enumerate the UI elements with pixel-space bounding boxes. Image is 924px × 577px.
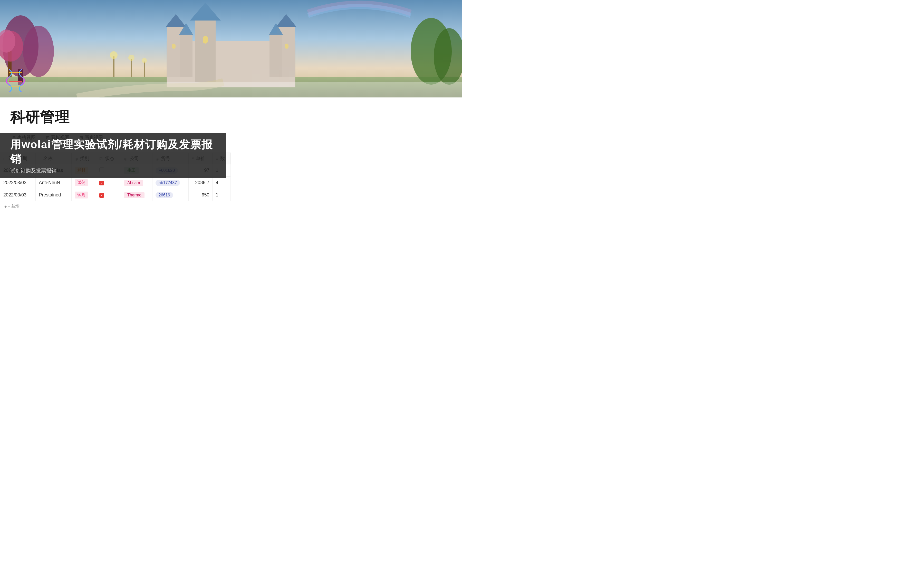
cell-qty-3: 1 xyxy=(213,189,231,201)
cell-company-3: Thermo xyxy=(121,189,152,201)
overlay-banner: 用wolai管理实验试剂/耗材订购及发票报销 试剂订购及发票报销 xyxy=(0,133,226,178)
page-title: 科研管理 xyxy=(10,108,70,127)
cell-status-3[interactable]: ✓ xyxy=(96,189,121,201)
cell-date-3: 2022/03/03 xyxy=(0,189,36,201)
svg-rect-20 xyxy=(285,44,289,49)
cell-category-3: 试剂 xyxy=(71,189,96,201)
company-tag-2: Abcam xyxy=(124,180,143,186)
cell-catalog-3: 26616 xyxy=(152,189,188,201)
person-background xyxy=(252,51,462,282)
add-row-label: + 新增 xyxy=(8,204,19,209)
svg-point-26 xyxy=(142,58,147,63)
company-tag-3: Thermo xyxy=(124,192,144,198)
cell-name-3: Prestained xyxy=(36,189,71,201)
overlay-sub-text: 试剂订购及发票报销 xyxy=(10,167,216,174)
checkbox-checked-2[interactable]: ✓ xyxy=(99,181,104,185)
cell-name-2: Anti-NeuN xyxy=(36,177,71,189)
svg-rect-21 xyxy=(113,56,115,77)
catalog-tag-2: ab177487 xyxy=(155,180,180,186)
cell-qty-2: 4 xyxy=(213,177,231,189)
svg-rect-8 xyxy=(195,15,216,82)
add-row-icon: + xyxy=(4,205,6,209)
svg-point-22 xyxy=(110,51,118,59)
cell-date-2: 2022/03/03 xyxy=(0,177,36,189)
cell-category-2: 试剂 xyxy=(71,177,96,189)
cell-price-2: 2086.7 xyxy=(188,177,213,189)
checkbox-checked-3[interactable]: ✓ xyxy=(99,193,104,198)
dna-helix-icon xyxy=(5,67,26,92)
table-row[interactable]: 2022/03/03 Anti-NeuN 试剂 ✓ Abcam ab177487… xyxy=(0,177,231,189)
overlay-main-text: 用wolai管理实验试剂/耗材订购及发票报销 xyxy=(10,137,216,166)
category-tag-2: 试剂 xyxy=(75,179,88,186)
person-overlay xyxy=(252,51,462,282)
svg-rect-14 xyxy=(180,33,192,77)
svg-rect-25 xyxy=(144,61,145,77)
svg-rect-19 xyxy=(172,44,176,49)
table-row[interactable]: 2022/03/03 Prestained 试剂 ✓ Thermo 26616 … xyxy=(0,189,231,201)
cell-company-2: Abcam xyxy=(121,177,152,189)
svg-rect-23 xyxy=(131,59,132,77)
category-tag-3: 试剂 xyxy=(75,192,88,198)
svg-point-3 xyxy=(23,26,54,77)
svg-rect-18 xyxy=(203,36,208,44)
cell-price-3: 650 xyxy=(188,189,213,201)
cell-catalog-2: ab177487 xyxy=(152,177,188,189)
svg-point-24 xyxy=(128,55,134,61)
add-row-button[interactable]: + + 新增 xyxy=(0,201,231,212)
cell-status-2[interactable]: ✓ xyxy=(96,177,121,189)
catalog-tag-3: 26616 xyxy=(155,192,173,198)
